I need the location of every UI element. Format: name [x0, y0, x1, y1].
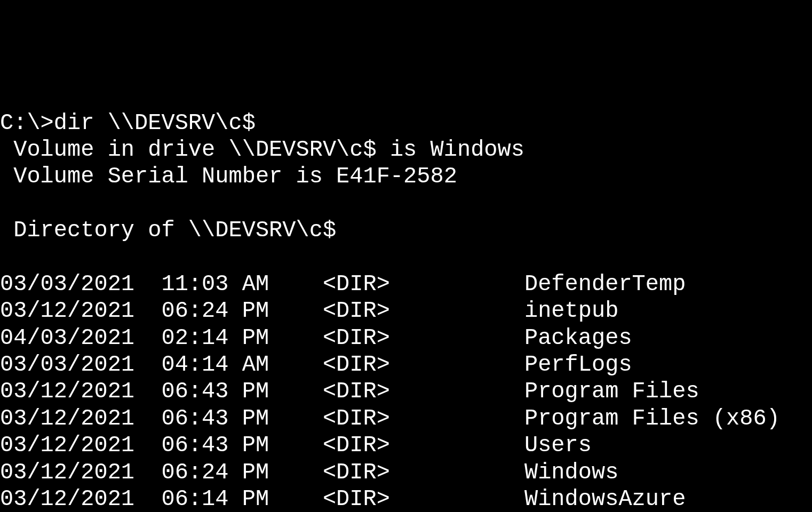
command-text: dir \\DEVSRV\c$ [54, 110, 256, 136]
command-line: C:\>dir \\DEVSRV\c$ [0, 110, 256, 136]
terminal-output[interactable]: C:\>dir \\DEVSRV\c$ Volume in drive \\DE… [0, 110, 812, 512]
serial-line: Volume Serial Number is E41F-2582 [0, 164, 457, 189]
prompt: C:\> [0, 110, 54, 136]
volume-line: Volume in drive \\DEVSRV\c$ is Windows [0, 137, 524, 163]
directory-listing: 03/03/2021 11:03 AM <DIR> DefenderTemp 0… [0, 271, 812, 512]
directory-of-line: Directory of \\DEVSRV\c$ [0, 218, 336, 243]
